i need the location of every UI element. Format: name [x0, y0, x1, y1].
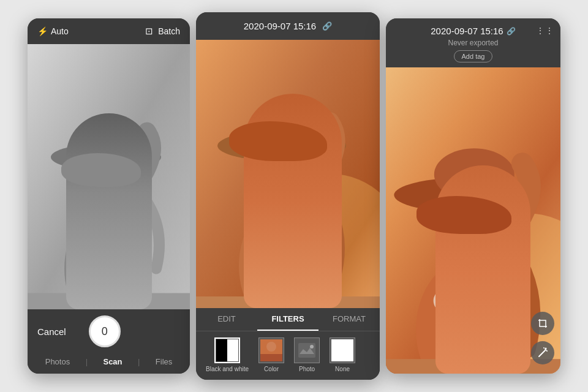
svg-point-10 — [217, 130, 346, 161]
bw-filter-label: Black and white — [206, 366, 249, 372]
warm-photo — [196, 40, 380, 308]
svg-point-8 — [239, 198, 337, 308]
color-icon-svg — [260, 339, 282, 361]
svg-point-7 — [257, 174, 380, 308]
tab-scan[interactable]: Scan — [103, 357, 122, 366]
tab-files[interactable]: Files — [156, 357, 172, 366]
tab-filters[interactable]: FILTERS — [257, 308, 318, 331]
screen2-date: 2020-09-07 15:16 — [244, 21, 316, 31]
color-filter-label: Color — [264, 366, 279, 372]
svg-point-4 — [81, 119, 143, 162]
filter-bw[interactable]: Black and white — [206, 337, 249, 372]
svg-point-15 — [266, 342, 276, 352]
photo-filter-label: Photo — [299, 366, 315, 372]
svg-point-22 — [442, 177, 512, 262]
tab-edit[interactable]: EDIT — [196, 308, 257, 331]
filter-photo[interactable]: Photo — [294, 337, 320, 372]
svg-point-26 — [434, 281, 510, 322]
screen3-info: 2020-09-07 15:16 🔗 Never exported Add ta… — [386, 18, 560, 374]
bw-illustration — [28, 44, 190, 309]
screen1-top-bar: ⚡ Auto ⊡ Batch — [28, 18, 190, 44]
svg-rect-27 — [540, 320, 546, 326]
filter-tabs: EDIT FILTERS FORMAT — [196, 308, 380, 331]
screen3-image-area — [386, 67, 560, 374]
screen2-top-bar: 2020-09-07 15:16 🔗 — [196, 12, 380, 40]
magic-wand-button[interactable] — [531, 341, 554, 364]
lightning-icon: ⚡ — [37, 26, 48, 36]
svg-point-30 — [545, 348, 547, 350]
svg-rect-16 — [260, 354, 282, 361]
svg-point-1 — [64, 208, 150, 310]
svg-rect-12 — [196, 296, 380, 308]
svg-line-28 — [539, 350, 545, 356]
link-icon: 🔗 — [322, 21, 332, 31]
photo-filter-icon — [294, 337, 320, 363]
photo-visual — [296, 339, 318, 361]
filter-options: Black and white Color — [196, 331, 380, 380]
source-tabs: Photos | Scan | Files — [37, 353, 180, 368]
svg-point-32 — [543, 347, 545, 349]
capture-button[interactable]: 0 — [89, 315, 121, 347]
bw-visual — [216, 339, 238, 361]
screens-container: ⚡ Auto ⊡ Batch — [0, 0, 588, 392]
none-visual — [331, 339, 353, 361]
warm-illustration — [196, 40, 380, 308]
screen2-bottom-controls: EDIT FILTERS FORMAT Black and white — [196, 308, 380, 380]
auto-label: Auto — [51, 26, 69, 36]
filter-none[interactable]: None — [330, 337, 355, 372]
screen2-image-area — [196, 40, 380, 308]
svg-point-24 — [434, 148, 514, 201]
bw-photo — [28, 44, 190, 309]
svg-rect-5 — [28, 293, 190, 310]
svg-point-23 — [394, 178, 540, 213]
screen1-bottom-bar: Cancel 0 Photos | Scan | Files — [28, 309, 190, 374]
capture-value: 0 — [102, 325, 108, 338]
none-filter-icon — [330, 337, 355, 363]
svg-rect-0 — [28, 44, 190, 309]
dots-menu[interactable]: ⋮⋮ — [536, 26, 554, 36]
add-tag-button[interactable]: Add tag — [454, 50, 493, 62]
batch-button[interactable]: ⊡ Batch — [145, 26, 180, 37]
svg-point-13 — [251, 223, 318, 260]
side-actions — [531, 312, 554, 364]
batch-icon: ⊡ — [145, 26, 153, 37]
cancel-row: Cancel 0 — [37, 315, 180, 347]
crop-icon — [537, 317, 549, 330]
filter-color[interactable]: Color — [258, 337, 284, 372]
link-icon2: 🔗 — [507, 27, 516, 36]
bw-filter-icon — [214, 337, 240, 363]
svg-point-18 — [310, 345, 314, 349]
never-exported-label: Never exported — [393, 39, 553, 47]
auto-button[interactable]: ⚡ Auto — [37, 26, 69, 36]
svg-point-3 — [51, 144, 161, 171]
photo-icon-svg — [298, 343, 315, 358]
wand-icon — [537, 347, 549, 359]
screen3-top-bar: 2020-09-07 15:16 🔗 Never exported Add ta… — [386, 18, 560, 67]
svg-rect-17 — [298, 343, 315, 358]
batch-label: Batch — [158, 26, 180, 36]
svg-point-9 — [260, 131, 322, 205]
screen1-scan: ⚡ Auto ⊡ Batch — [28, 18, 190, 374]
svg-point-31 — [546, 350, 548, 352]
svg-point-2 — [86, 143, 141, 211]
tab-format[interactable]: FORMAT — [318, 308, 380, 331]
color-filter-icon — [258, 337, 284, 363]
none-filter-label: None — [335, 366, 350, 372]
screen3-date: 2020-09-07 15:16 🔗 — [393, 26, 553, 36]
cancel-label[interactable]: Cancel — [37, 326, 66, 337]
tab-photos[interactable]: Photos — [45, 357, 70, 366]
screen2-filters: 2020-09-07 15:16 🔗 — [196, 12, 380, 380]
crop-rotate-button[interactable] — [531, 312, 554, 335]
color-visual — [260, 339, 282, 361]
svg-point-11 — [252, 105, 323, 151]
scan-image-area — [28, 44, 190, 309]
